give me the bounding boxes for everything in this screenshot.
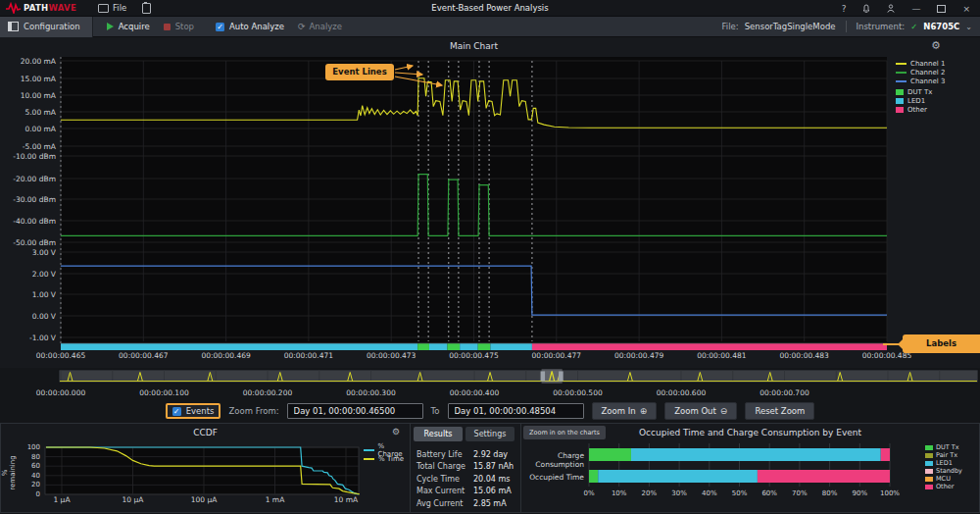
events-checkbox[interactable]: ✓ Events xyxy=(166,403,221,419)
checkbox-check-icon: ✓ xyxy=(216,23,224,31)
pathwave-logo: PATHWAVE xyxy=(6,2,76,14)
legend-swatch xyxy=(896,80,906,82)
legend-item: Standby xyxy=(925,467,962,475)
zoom-controls: ✓ Events Zoom From: To Zoom In ⊕ Zoom Ou… xyxy=(0,399,980,423)
result-value: 20.04 ms xyxy=(473,475,510,484)
auto-analyze-checkbox[interactable]: ✓ Auto Analyze xyxy=(216,22,284,31)
configuration-button[interactable]: Configuration xyxy=(0,17,93,37)
y-tick-label: 5.00 mA xyxy=(0,108,56,117)
user-icon[interactable] xyxy=(887,4,895,13)
legend-item: Channel 1 xyxy=(896,59,945,68)
tab-settings[interactable]: Settings xyxy=(466,427,514,441)
stop-button[interactable]: Stop xyxy=(164,22,194,31)
legend-item: DUT Tx xyxy=(925,443,962,451)
bar-row-label: Occupied Time xyxy=(521,473,584,482)
x-tick-label: 00:00:00.473 xyxy=(352,351,430,360)
x-tick-label: 20% xyxy=(634,489,663,497)
y-tick-label: 2.00 V xyxy=(0,270,56,279)
legend-label: Channel 2 xyxy=(910,69,945,77)
zoom-out-button[interactable]: Zoom Out ⊖ xyxy=(664,402,737,420)
legend-swatch xyxy=(925,445,933,450)
legend-swatch xyxy=(925,461,933,466)
x-tick-label: 00:00:00.475 xyxy=(435,351,514,360)
occupied-plot[interactable] xyxy=(521,424,980,514)
x-tick-label: 1 µA xyxy=(32,495,91,504)
table-row: Max Current15.06 mA xyxy=(411,487,520,498)
selection-handle-left[interactable] xyxy=(541,372,546,382)
x-tick-label: 00:00:00.465 xyxy=(22,351,100,360)
file-value: SensorTagSingleMode xyxy=(745,22,836,31)
checkbox-check-icon: ✓ xyxy=(172,407,181,416)
zoom-in-icon: ⊕ xyxy=(640,406,648,416)
maximize-icon[interactable] xyxy=(937,5,946,13)
ccdf-legend: % Charge% Time xyxy=(364,445,410,463)
occupied-panel: Occupied Time and Charge Consumption by … xyxy=(520,423,980,513)
analyze-button[interactable]: ⟳ Analyze xyxy=(298,22,342,31)
close-icon[interactable]: × xyxy=(962,4,970,14)
timeline-tick-label: 00:00:00.400 xyxy=(435,388,514,397)
tab-results[interactable]: Results xyxy=(414,427,463,441)
auto-analyze-label: Auto Analyze xyxy=(229,22,284,31)
configuration-icon xyxy=(8,22,19,31)
ccdf-panel: CCDF ⚙ % remaining 100806040200 1 µA10 µ… xyxy=(0,423,411,513)
zoom-from-input[interactable] xyxy=(287,403,423,419)
result-label: Total Charge xyxy=(416,462,466,471)
brand-part2: WAVE xyxy=(48,3,76,13)
legend-label: Channel 1 xyxy=(910,60,945,68)
zoom-in-label: Zoom In xyxy=(602,406,636,416)
main-chart-label-legend: DUT TxLED1Other xyxy=(896,87,932,114)
zoom-to-input[interactable] xyxy=(448,403,584,419)
y-tick-label: 20.00 mA xyxy=(0,57,56,66)
legend-swatch xyxy=(925,477,933,482)
stop-label: Stop xyxy=(175,22,194,31)
y-tick-label: -10.00 dBm xyxy=(0,152,56,161)
legend-item: MCU xyxy=(925,475,962,483)
legend-item: % Charge xyxy=(364,445,410,454)
acquire-button[interactable]: Acquire xyxy=(107,22,150,31)
bottom-section: CCDF ⚙ % remaining 100806040200 1 µA10 µ… xyxy=(0,423,980,514)
file-menu-label: File xyxy=(113,3,126,13)
legend-item: LED1 xyxy=(925,459,962,467)
instrument-label: Instrument: xyxy=(857,22,906,31)
stop-icon xyxy=(164,24,171,30)
x-tick-label: 00:00:00.481 xyxy=(682,351,760,360)
app-window: PATHWAVE File Event-Based Power Analysis… xyxy=(0,0,980,514)
zoom-in-button[interactable]: Zoom In ⊕ xyxy=(592,402,658,420)
timeline-tick-label: 00:00:00.300 xyxy=(332,388,411,397)
legend-item: DUT Tx xyxy=(896,87,932,96)
x-tick-label: 00:00:00.471 xyxy=(270,351,348,360)
x-tick-label: 50% xyxy=(725,489,755,497)
chevron-down-icon[interactable]: ⌄ xyxy=(965,23,972,31)
legend-item: LED1 xyxy=(896,96,932,105)
file-menu[interactable]: File xyxy=(98,3,126,13)
legend-swatch xyxy=(896,98,904,104)
reset-zoom-button[interactable]: Reset Zoom xyxy=(745,402,814,420)
help-icon[interactable]: ? xyxy=(842,4,847,14)
legend-item: Channel 2 xyxy=(896,68,945,77)
x-tick-label: 80% xyxy=(815,489,845,497)
timeline-tick-label: 00:00:00.600 xyxy=(642,388,720,397)
y-tick-label: 20 xyxy=(3,481,40,488)
main-chart-channel-legend: Channel 1Channel 2Channel 3 xyxy=(896,59,945,85)
y-tick-label: -40.00 dBm xyxy=(0,217,56,226)
x-tick-label: 1 mA xyxy=(246,495,305,504)
result-value: 15.87 nAh xyxy=(473,462,514,471)
events-label: Events xyxy=(186,406,215,416)
legend-item: Other xyxy=(925,483,962,490)
x-tick-label: 00:00:00.477 xyxy=(517,351,596,360)
x-tick-label: 30% xyxy=(664,489,694,497)
bar-row-label: Charge Consumption xyxy=(521,451,584,469)
legend-label: % Time xyxy=(378,455,404,463)
minimize-icon[interactable]: — xyxy=(911,4,920,14)
notifications-icon[interactable] xyxy=(862,4,870,13)
selection-handle-right[interactable] xyxy=(559,372,564,382)
table-row: Cycle Time20.04 ms xyxy=(411,475,520,487)
acquire-label: Acquire xyxy=(119,22,150,31)
y-tick-label: -20.00 dBm xyxy=(0,175,56,183)
main-chart-plot[interactable] xyxy=(0,37,980,368)
titlebar: PATHWAVE File Event-Based Power Analysis… xyxy=(0,0,980,17)
y-tick-label: -5.00 mA xyxy=(0,142,56,151)
legend-label: MCU xyxy=(936,475,951,483)
instrument-value[interactable]: N6705C xyxy=(923,22,959,31)
clipboard-icon[interactable] xyxy=(142,3,151,14)
